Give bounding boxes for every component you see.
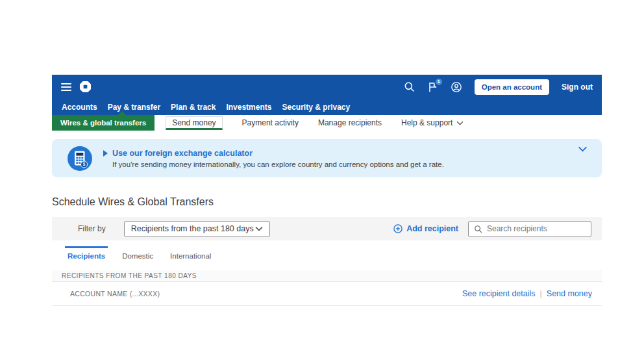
selected-filter-option: Recipients from the past 180 days [131,224,254,233]
filter-by-label: Filter by [78,224,106,233]
add-recipient-button[interactable]: Add recipient [393,224,458,233]
banner-description: If you're sending money internationally,… [112,160,444,168]
banner-content: Use our foreign exchange calculator If y… [103,149,444,168]
banking-app: 1 Open an account Sign out Accounts Pay … [52,75,602,306]
plus-circle-icon [393,224,402,233]
play-triangle-icon [103,150,108,157]
header-actions: 1 Open an account Sign out [404,79,593,95]
list-group-header: RECIPIENTS FROM THE PAST 180 DAYS [52,270,602,282]
search-icon [474,225,482,233]
filter-bar: Filter by Recipients from the past 180 d… [52,217,602,240]
tab-domestic[interactable]: Domestic [119,246,156,262]
notification-badge: 1 [434,77,443,86]
nav-item-plan-track[interactable]: Plan & track [171,103,216,112]
chevron-down-icon [456,121,464,125]
recipients-list: RECIPIENTS FROM THE PAST 180 DAYS ACCOUN… [52,270,602,306]
chase-logo-icon[interactable] [79,81,92,93]
nav-item-investments[interactable]: Investments [226,103,271,112]
send-money-link[interactable]: Send money [547,289,592,298]
active-section-tab[interactable]: Wires & global transfers [52,115,155,131]
subnav-item-help-support[interactable]: Help & support [401,118,464,127]
add-recipient-label: Add recipient [406,224,458,233]
svg-text:$: $ [83,162,86,167]
page: 1 Open an account Sign out Accounts Pay … [0,0,644,345]
banner-collapse-chevron-icon[interactable] [578,146,588,152]
nav-item-security-privacy[interactable]: Security & privacy [282,103,350,112]
search-recipients-input[interactable] [487,224,586,233]
calculator-icon: $ [68,146,92,171]
recipient-account-name: ACCOUNT NAME (...XXXX) [70,290,160,298]
subnav-item-manage-recipients[interactable]: Manage recipients [318,118,382,127]
subnav-items: Send money Payment activity Manage recip… [155,115,464,131]
menu-icon[interactable] [61,83,71,91]
subnav-item-payment-activity[interactable]: Payment activity [242,118,299,127]
nav-item-pay-transfer[interactable]: Pay & transfer [108,103,160,112]
page-title: Schedule Wires & Global Transfers [52,196,602,208]
banner-title: Use our foreign exchange calculator [112,149,253,158]
profile-icon[interactable] [451,81,462,93]
filter-actions: Add recipient [393,221,591,237]
subnav-item-label: Help & support [401,118,452,127]
chevron-down-icon [255,226,263,231]
divider: | [540,289,542,298]
active-nav-caret [118,111,126,115]
header-row-primary: 1 Open an account Sign out [52,75,602,99]
recipient-row: ACCOUNT NAME (...XXXX) See recipient det… [52,282,602,306]
recipients-filter-dropdown[interactable]: Recipients from the past 180 days [124,221,270,237]
fx-calculator-link[interactable]: Use our foreign exchange calculator [103,149,444,158]
top-header: 1 Open an account Sign out Accounts Pay … [52,75,602,115]
see-recipient-details-link[interactable]: See recipient details [462,289,536,298]
tab-international[interactable]: International [167,246,214,262]
recipient-tabs: Recipients Domestic International [52,246,602,262]
nav-item-accounts[interactable]: Accounts [62,103,97,112]
notifications-flag-icon[interactable]: 1 [427,81,438,93]
subnav-item-send-money[interactable]: Send money [166,116,222,130]
recipient-row-actions: See recipient details | Send money [462,289,592,298]
tab-recipients[interactable]: Recipients [65,246,108,262]
search-icon[interactable] [404,81,415,92]
open-account-button[interactable]: Open an account [475,79,549,95]
search-recipients-box[interactable] [468,221,591,237]
fx-calculator-banner: $ Use our foreign exchange calculator If… [52,139,602,177]
secondary-nav: Wires & global transfers Send money Paym… [52,115,602,131]
sign-out-link[interactable]: Sign out [562,83,593,92]
primary-nav: Accounts Pay & transfer Plan & track Inv… [52,99,602,115]
